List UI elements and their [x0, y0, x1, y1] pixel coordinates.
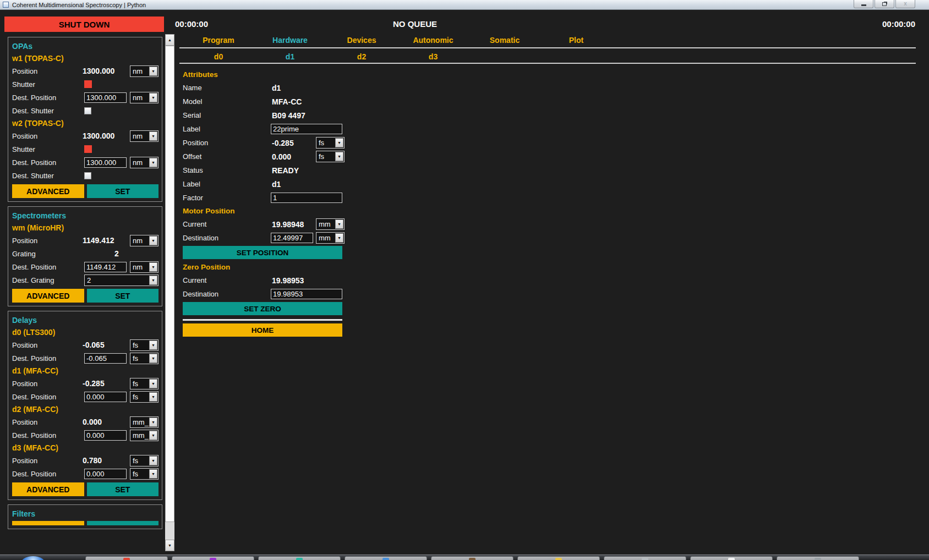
field-input[interactable] — [84, 353, 127, 364]
dropdown-arrow-icon[interactable]: ▼ — [149, 262, 157, 272]
dropdown-arrow-icon[interactable]: ▼ — [149, 276, 157, 285]
taskbar-button[interactable] — [604, 556, 686, 560]
select-value: 2 — [85, 276, 149, 284]
dropdown-arrow-icon[interactable]: ▼ — [149, 431, 157, 440]
field-input[interactable] — [84, 262, 127, 272]
maximize-button[interactable] — [875, 0, 894, 8]
set-zero-button[interactable]: SET ZERO — [183, 302, 342, 315]
dropdown-arrow-icon[interactable]: ▼ — [335, 233, 343, 243]
subtab-d0[interactable]: d0 — [183, 52, 254, 61]
unit-select[interactable]: nm▼ — [130, 261, 159, 273]
dropdown-arrow-icon[interactable]: ▼ — [149, 158, 157, 167]
start-orb-icon[interactable] — [21, 556, 45, 560]
dropdown-arrow-icon[interactable]: ▼ — [149, 67, 157, 76]
unit-select[interactable]: mm▼ — [316, 232, 345, 244]
dropdown-arrow-icon[interactable]: ▼ — [149, 392, 157, 402]
unit-select[interactable]: fs▼ — [316, 151, 345, 162]
field-input[interactable] — [84, 157, 127, 168]
set-button[interactable]: SET — [87, 482, 159, 496]
unit-select[interactable]: nm▼ — [130, 65, 159, 77]
scroll-up-icon[interactable]: ▲ — [165, 34, 174, 46]
dropdown-arrow-icon[interactable]: ▼ — [149, 469, 157, 479]
field-input[interactable] — [84, 430, 127, 441]
tab-autonomic[interactable]: Autonomic — [397, 36, 469, 45]
field-input[interactable] — [84, 92, 127, 103]
dropdown-arrow-icon[interactable]: ▼ — [149, 93, 157, 102]
delay-tab-bar: d0d1d2d3 — [183, 52, 469, 62]
taskbar-button[interactable] — [517, 556, 600, 560]
unit-select[interactable]: mm_▼ — [130, 430, 159, 441]
field-input[interactable] — [271, 289, 342, 299]
panel-title: Spectrometers — [12, 210, 159, 222]
dropdown-arrow-icon[interactable]: ▼ — [335, 219, 343, 229]
subtab-d1[interactable]: d1 — [254, 52, 326, 61]
close-button[interactable]: x — [895, 0, 915, 8]
home-button[interactable]: HOME — [183, 323, 342, 337]
tab-divider — [179, 47, 916, 48]
field-label: Dest. Position — [12, 94, 84, 102]
checkbox[interactable] — [84, 172, 91, 179]
dropdown-arrow-icon[interactable]: ▼ — [149, 418, 157, 427]
taskbar-button[interactable] — [431, 556, 513, 560]
tab-somatic[interactable]: Somatic — [469, 36, 540, 45]
unit-select[interactable]: fs▼ — [130, 378, 159, 389]
taskbar-button[interactable] — [690, 556, 773, 560]
field-input[interactable] — [271, 233, 313, 243]
unit-select[interactable]: fs▼ — [130, 353, 159, 364]
dropdown-arrow-icon[interactable]: ▼ — [149, 456, 157, 465]
sidebar-scrollbar[interactable]: ▲ ▼ — [165, 34, 174, 551]
unit-select[interactable]: nm▼ — [130, 235, 159, 246]
dropdown-arrow-icon[interactable]: ▼ — [149, 236, 157, 245]
taskbar-app-5-icon — [469, 558, 476, 560]
taskbar-button[interactable] — [258, 556, 341, 560]
unit-select[interactable]: mm_▼ — [130, 416, 159, 428]
dropdown-arrow-icon[interactable]: ▼ — [149, 379, 157, 388]
advanced-button[interactable]: ADVANCED — [12, 184, 84, 198]
tab-devices[interactable]: Devices — [326, 36, 397, 45]
taskbar-button[interactable] — [172, 556, 254, 560]
dropdown-arrow-icon[interactable]: ▼ — [149, 341, 157, 350]
field-label: Serial — [183, 111, 271, 119]
dropdown-arrow-icon[interactable]: ▼ — [149, 131, 157, 141]
grating-select[interactable]: 2▼ — [84, 274, 159, 286]
tab-program[interactable]: Program — [183, 36, 254, 45]
set-button[interactable]: SET — [87, 289, 159, 303]
advanced-button[interactable] — [12, 521, 84, 525]
shut-down-button[interactable]: SHUT DOWN — [4, 17, 164, 32]
unit-select[interactable]: mm▼ — [316, 218, 345, 230]
unit-select[interactable]: nm▼ — [130, 130, 159, 142]
set-position-button[interactable]: SET POSITION — [183, 246, 342, 259]
row-label: Labeld1 — [183, 177, 345, 191]
set-button[interactable]: SET — [87, 184, 159, 198]
scroll-down-icon[interactable]: ▼ — [165, 540, 174, 551]
field-input[interactable] — [84, 392, 127, 402]
minimize-button[interactable] — [854, 0, 873, 8]
unit-select[interactable]: fs▼ — [130, 339, 159, 351]
subtab-d3[interactable]: d3 — [397, 52, 469, 61]
taskbar-button[interactable] — [345, 556, 427, 560]
tab-hardware[interactable]: Hardware — [254, 36, 326, 45]
field-label: Label — [183, 125, 271, 133]
taskbar-button[interactable] — [777, 556, 859, 560]
unit-select[interactable]: fs▼ — [316, 137, 345, 149]
dropdown-arrow-icon[interactable]: ▼ — [335, 152, 343, 161]
dropdown-arrow-icon[interactable]: ▼ — [149, 354, 157, 363]
field-input[interactable] — [84, 469, 127, 479]
unit-select[interactable]: fs▼ — [130, 468, 159, 480]
set-button[interactable] — [87, 521, 159, 525]
scrollbar-thumb[interactable] — [165, 46, 174, 522]
advanced-button[interactable]: ADVANCED — [12, 289, 84, 303]
checkbox[interactable] — [84, 107, 91, 114]
subtab-d2[interactable]: d2 — [326, 52, 397, 61]
advanced-button[interactable]: ADVANCED — [12, 482, 84, 496]
unit-select[interactable]: fs▼ — [130, 391, 159, 403]
tab-plot[interactable]: Plot — [540, 36, 612, 45]
field-input[interactable] — [271, 193, 342, 203]
taskbar-button[interactable] — [85, 556, 168, 560]
unit-value: nm — [130, 67, 149, 75]
unit-select[interactable]: nm▼ — [130, 92, 159, 103]
field-input[interactable] — [271, 124, 342, 134]
dropdown-arrow-icon[interactable]: ▼ — [335, 138, 343, 147]
unit-select[interactable]: fs▼ — [130, 455, 159, 466]
unit-select[interactable]: nm▼ — [130, 157, 159, 168]
